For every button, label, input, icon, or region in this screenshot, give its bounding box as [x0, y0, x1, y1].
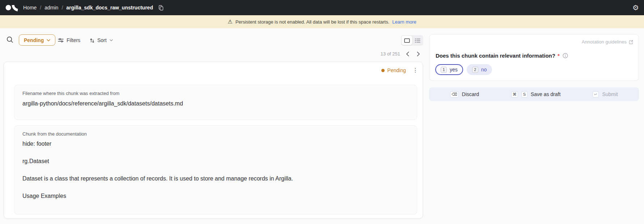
submit-label: Submit — [602, 91, 618, 97]
label-options: 1 yes 2 no — [435, 64, 492, 75]
submit-button[interactable]: ↵ Submit — [593, 91, 618, 98]
required-marker: * — [558, 53, 560, 59]
record-field-chunk: Chunk from the documentation hide: foote… — [14, 125, 417, 215]
field-label: Filename where this chunk was extracted … — [22, 91, 409, 96]
chevron-down-icon — [110, 39, 113, 41]
persistent-storage-banner: ⚠ Persistent storage is not enabled. All… — [0, 15, 644, 28]
filter-icon — [58, 37, 64, 43]
breadcrumb-dataset-name: argilla_sdk_docs_raw_unstructured — [66, 5, 153, 11]
command-key-icon: ⌘ — [511, 91, 518, 98]
field-text: hide: footer rg.Dataset Dataset is a cla… — [22, 140, 409, 200]
chunk-paragraph: Dataset is a class that represents a col… — [22, 175, 409, 183]
view-mode-toggle — [401, 35, 423, 46]
annotation-question-card: Annotation guidelines Does this chunk co… — [429, 34, 639, 81]
list-view-icon — [415, 38, 420, 43]
search-icon[interactable] — [6, 36, 14, 43]
backspace-key-icon: ⌫ — [450, 91, 459, 98]
sort-icon — [90, 38, 94, 43]
sort-label: Sort — [97, 37, 107, 43]
discard-label: Discard — [462, 91, 479, 97]
record-kebab-menu-icon[interactable]: ⋮ — [412, 67, 418, 73]
breadcrumb-separator: / — [62, 5, 63, 11]
save-draft-label: Save as draft — [531, 91, 561, 97]
record-status-row: Pending ⋮ — [381, 67, 418, 73]
card-view-icon — [404, 38, 410, 43]
chunk-paragraph: Usage Examples — [22, 192, 409, 200]
option-label: no — [481, 67, 487, 72]
breadcrumb: Home / admin / argilla_sdk_docs_raw_unst… — [23, 5, 164, 11]
chevron-down-icon — [47, 39, 50, 41]
breadcrumb-home[interactable]: Home — [23, 5, 37, 11]
shortcut-keycap: 1 — [441, 67, 447, 73]
question-text: Does this chunk contain relevant informa… — [436, 53, 555, 59]
card-view-button[interactable] — [402, 36, 412, 45]
save-draft-button[interactable]: ⌘ S Save as draft — [511, 91, 561, 98]
previous-record-button[interactable] — [404, 50, 411, 58]
status-filter-label: Pending — [24, 37, 44, 43]
breadcrumb-separator: / — [40, 5, 41, 11]
breadcrumb-workspace[interactable]: admin — [45, 5, 58, 11]
sort-button[interactable]: Sort — [90, 36, 113, 45]
question-row: Does this chunk contain relevant informa… — [436, 53, 568, 59]
status-filter-dropdown[interactable]: Pending — [19, 34, 55, 46]
filters-label: Filters — [67, 37, 80, 43]
learn-more-link[interactable]: Learn more — [392, 19, 416, 25]
field-value: argilla-python/docs/reference/argilla_sd… — [22, 100, 409, 107]
record-card: Pending ⋮ Filename where this chunk was … — [4, 62, 423, 219]
annotation-action-bar: ⌫ Discard ⌘ S Save as draft ↵ Submit — [429, 87, 639, 101]
chunk-paragraph: rg.Dataset — [22, 157, 409, 165]
warning-triangle-icon: ⚠ — [228, 18, 232, 25]
discard-button[interactable]: ⌫ Discard — [450, 91, 479, 98]
annotation-guidelines-link[interactable]: Annotation guidelines — [582, 39, 633, 45]
enter-key-icon: ↵ — [593, 91, 599, 98]
chunk-paragraph: hide: footer — [22, 140, 409, 148]
info-icon[interactable] — [563, 53, 568, 58]
annotation-guidelines-label: Annotation guidelines — [582, 39, 627, 45]
argilla-logo-icon — [5, 3, 18, 12]
external-link-icon — [629, 40, 633, 44]
banner-message: Persistent storage is not enabled. All d… — [236, 19, 390, 25]
option-no[interactable]: 2 no — [467, 64, 492, 75]
record-position-indicator: 13 of 251 — [381, 51, 400, 57]
shortcut-keycap: 2 — [472, 67, 478, 73]
record-status-badge: Pending — [387, 67, 406, 73]
s-key-icon: S — [521, 91, 528, 98]
list-view-button[interactable] — [412, 36, 423, 45]
next-record-button[interactable] — [415, 50, 422, 58]
option-label: yes — [450, 67, 458, 72]
copy-dataset-name-icon[interactable] — [158, 5, 164, 11]
filters-button[interactable]: Filters — [58, 36, 80, 45]
option-yes[interactable]: 1 yes — [435, 64, 463, 75]
record-field-filename: Filename where this chunk was extracted … — [14, 85, 417, 120]
top-navbar: Home / admin / argilla_sdk_docs_raw_unst… — [0, 0, 644, 15]
status-dot-icon — [381, 69, 385, 72]
settings-gear-icon[interactable]: ⚙ — [632, 4, 639, 11]
field-label: Chunk from the documentation — [22, 131, 409, 137]
